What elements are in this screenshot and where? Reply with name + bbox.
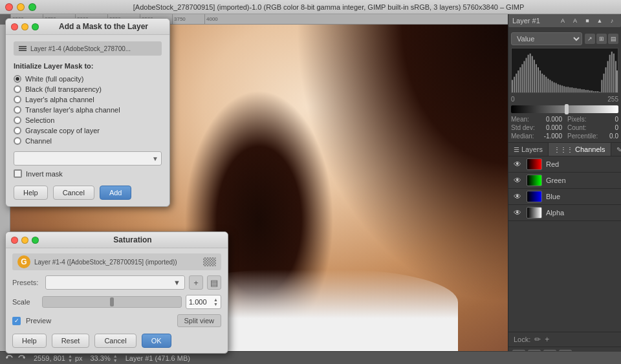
minimize-button[interactable] [17,3,25,11]
svg-rect-19 [549,80,550,92]
sat-close-btn[interactable] [11,237,18,244]
channel-row-red[interactable]: 👁 Red [508,156,621,173]
channel-thumb-red [527,158,542,170]
histogram-scale: 0 255 [511,96,618,103]
eye-icon-alpha[interactable]: 👁 [512,208,523,218]
radio-selection[interactable]: Selection [14,116,162,124]
scale-down-arrow[interactable]: ▼ [213,302,218,306]
radio-white-circle[interactable] [14,75,21,83]
panel-icon-2[interactable]: A [570,16,580,26]
preview-row: ✓ Preview Split view [12,314,221,327]
sat-cancel-button[interactable]: Cancel [94,334,136,348]
tab-channels[interactable]: ⋮⋮⋮ Channels [549,143,611,156]
mask-cancel-button[interactable]: Cancel [53,186,94,200]
sat-help-button[interactable]: Help [12,334,47,348]
channel-row-alpha[interactable]: 👁 Alpha [508,205,621,221]
svg-rect-45 [601,80,602,92]
eye-icon-blue[interactable]: 👁 [512,191,523,202]
maximize-button[interactable] [28,3,36,11]
presets-select[interactable]: ▼ [45,275,185,290]
panel-icon-1[interactable]: A [558,16,568,26]
sat-dialog-buttons: Help Reset Cancel OK [12,334,221,348]
undo-icon [5,354,14,363]
radio-transfer-alpha[interactable]: Transfer layer's alpha channel [14,106,162,114]
scale-spinners[interactable]: ▲ ▼ [213,297,218,306]
radio-layer-alpha-circle[interactable] [14,96,21,103]
svg-rect-27 [565,87,567,92]
radio-transfer-alpha-circle[interactable] [14,106,21,114]
histogram-slider[interactable] [511,105,618,113]
value-icon-3[interactable]: ▤ [608,34,618,44]
tab-layers[interactable]: ☰ Layers [508,143,549,156]
svg-rect-50 [611,52,613,92]
status-zoom-arrows[interactable]: ▲ ▼ [113,354,118,363]
dialog-close-btn[interactable] [11,23,18,30]
channel-select[interactable]: ▼ [14,151,162,166]
sat-max-btn[interactable] [32,237,39,244]
svg-rect-28 [567,87,569,92]
eye-icon-green[interactable]: 👁 [512,175,523,186]
channel-row-blue[interactable]: 👁 Blue [508,189,621,205]
lock-icon: ✏ [534,335,541,344]
value-selector: Value ↗ ⊞ ▤ [511,32,618,45]
invert-mask-checkbox[interactable] [14,169,22,178]
mask-add-button[interactable]: Add [100,186,132,200]
channel-label-red: Red [546,160,617,168]
mask-help-button[interactable]: Help [14,186,48,200]
radio-selection-circle[interactable] [14,116,21,124]
presets-menu-btn[interactable]: ▤ [207,275,221,290]
scale-row: Scale 1.000 ▲ ▼ [12,295,221,309]
dialog-mask-layer-info: Layer #1-4 (AdobeStock_278700... [14,41,162,56]
panel-icon-4[interactable]: ▲ [594,16,605,26]
hist-scale-val: 255 [607,96,618,103]
value-icon-1[interactable]: ↗ [585,34,595,44]
radio-black[interactable]: Black (full transparency) [14,85,162,93]
radio-channel-circle[interactable] [14,137,21,145]
sat-min-btn[interactable] [21,237,28,244]
tab-paths[interactable]: ✎ Paths [611,143,621,156]
split-view-button[interactable]: Split view [177,314,221,327]
panel-icon-3[interactable]: ■ [582,16,593,26]
eye-icon-red[interactable]: 👁 [512,159,523,169]
sat-ok-button[interactable]: OK [142,334,171,348]
stat-percentile: Percentile: 0.0 [567,133,618,140]
value-icon-2[interactable]: ⊞ [596,34,607,44]
sat-checker-pattern [203,257,216,266]
radio-white[interactable]: White (full opacity) [14,75,162,83]
dialog-max-btn[interactable] [32,23,39,30]
radio-layer-alpha-label: Layer's alpha channel [25,96,94,103]
channel-row-green[interactable]: 👁 Green [508,173,621,189]
svg-rect-31 [573,88,574,92]
dialog-mask-section-label: Initialize Layer Mask to: [14,62,162,70]
svg-rect-56 [19,46,27,47]
svg-rect-13 [538,67,539,92]
histogram-canvas [511,48,618,93]
value-dropdown[interactable]: Value [511,32,582,45]
svg-rect-14 [539,70,541,92]
radio-black-circle[interactable] [14,85,21,93]
preview-checkbox[interactable]: ✓ [12,317,21,325]
channel-thumb-blue [527,191,542,202]
close-button[interactable] [5,3,13,11]
svg-rect-15 [541,74,543,92]
radio-layer-alpha[interactable]: Layer's alpha channel [14,96,162,103]
radio-channel[interactable]: Channel [14,137,162,145]
svg-rect-17 [545,77,547,92]
sat-layer-text: Layer #1-4 ([AdobeStock_278700915] (impo… [34,259,199,266]
scale-up-arrow[interactable]: ▲ [213,297,218,302]
dialog-mask-layer-text: Layer #1-4 (AdobeStock_278700... [30,45,131,52]
status-unit-arrows[interactable]: ▲ ▼ [68,354,72,363]
title-bar: [AdobeStock_278700915] (imported)-1.0 (R… [0,0,621,14]
dialog-min-btn[interactable] [21,23,28,30]
svg-rect-52 [615,61,616,92]
sat-reset-button[interactable]: Reset [52,334,90,348]
scale-slider[interactable] [42,296,182,308]
radio-grayscale-circle[interactable] [14,127,21,134]
radio-grayscale[interactable]: Grayscale copy of layer [14,127,162,134]
panel-icon-5[interactable]: ♪ [607,16,617,26]
status-zoom-text: 33.3% [91,354,111,362]
radio-grayscale-label: Grayscale copy of layer [25,127,100,134]
svg-rect-0 [512,80,513,92]
presets-add-btn[interactable]: + [189,275,203,290]
svg-rect-29 [569,87,571,92]
